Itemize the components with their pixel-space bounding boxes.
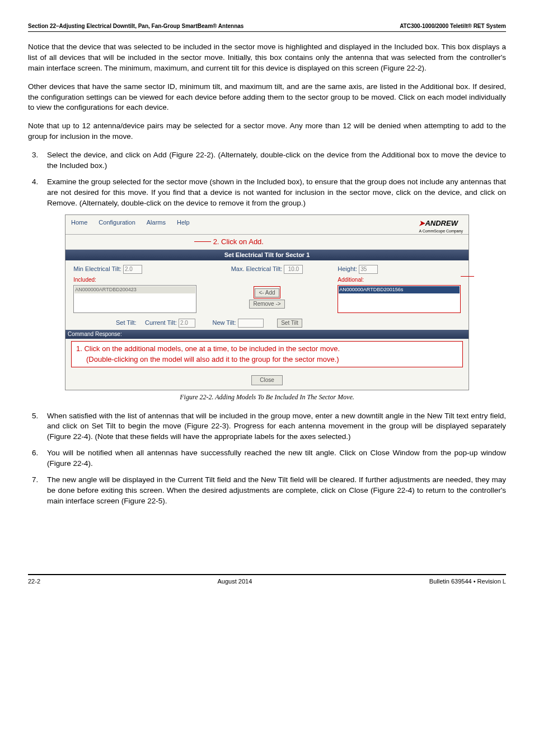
current-tilt-field: 2.0 (179, 319, 195, 328)
paragraph-2: Other devices that have the same sector … (28, 82, 506, 114)
additional-item[interactable]: AN000000ARTDBD200156s (339, 286, 459, 293)
max-tilt-field[interactable]: 10.0 (284, 265, 303, 274)
page-footer: 22-2 August 2014 Bulletin 639544 • Revis… (28, 574, 506, 586)
dialog-title-bar: Set Electrical Tilt for Sector 1 (65, 249, 469, 260)
min-tilt-label: Min Electrical Tilt: (73, 265, 121, 272)
footer-date: August 2014 (218, 577, 252, 586)
height-label: Height: (338, 265, 357, 272)
andrew-logo: ➤ANDREWA CommScope Company (419, 218, 463, 234)
remove-button[interactable]: Remove -> (249, 300, 284, 309)
included-label: Included: (73, 276, 196, 284)
included-item[interactable]: AN000000ARTDBD200423 (74, 286, 195, 293)
footer-bulletin: Bulletin 639544 • Revision L (429, 577, 506, 586)
steps-list-a: Select the device, and click on Add (Fig… (28, 150, 506, 208)
annotation-click-add: 2. Click on Add. (65, 235, 469, 249)
footer-page-num: 22-2 (28, 577, 40, 586)
page-header: Section 22–Adjusting Electrical Downtilt… (28, 22, 506, 32)
step-6: You will be notified when all antennas h… (40, 448, 506, 469)
steps-list-b: When satisfied with the list of antennas… (28, 411, 506, 507)
max-tilt-label: Max. Electrical Tilt: (231, 265, 283, 272)
tab-help[interactable]: Help (177, 218, 190, 234)
figure-22-2-screenshot: Home Configuration Alarms Help ➤ANDREWA … (65, 214, 469, 390)
set-tilt-button[interactable]: Set Tilt (277, 319, 302, 328)
add-button[interactable]: <- Add (255, 288, 279, 297)
tab-alarms[interactable]: Alarms (147, 218, 166, 234)
figure-caption: Figure 22-2. Adding Models To Be Include… (28, 393, 506, 402)
step-5: When satisfied with the list of antennas… (40, 411, 506, 443)
new-tilt-field[interactable] (238, 319, 264, 328)
tab-configuration[interactable]: Configuration (99, 218, 135, 234)
current-tilt-label: Current Tilt: (145, 319, 177, 326)
header-left: Section 22–Adjusting Electrical Downtilt… (28, 23, 243, 29)
paragraph-3: Note that up to 12 antenna/device pairs … (28, 121, 506, 142)
additional-listbox[interactable]: AN000000ARTDBD200156s (338, 285, 460, 313)
paragraph-1: Notice that the device that was selected… (28, 42, 506, 74)
step-7: The new angle will be displayed in the C… (40, 475, 506, 507)
tab-home[interactable]: Home (71, 218, 87, 234)
new-tilt-label: New Tilt: (212, 319, 236, 326)
additional-label: Additional: (338, 276, 460, 284)
min-tilt-field[interactable]: 2.0 (123, 265, 142, 274)
header-right: ATC300-1000/2000 Teletilt® RET System (400, 22, 506, 30)
close-button[interactable]: Close (251, 375, 283, 385)
height-field[interactable]: 35 (359, 265, 378, 274)
step-4: Examine the group selected for the secto… (40, 177, 506, 209)
app-tabs: Home Configuration Alarms Help ➤ANDREWA … (65, 215, 469, 235)
set-tilt-label: Set Tilt: (116, 319, 137, 326)
included-listbox[interactable]: AN000000ARTDBD200423 (73, 285, 196, 313)
command-response-bar: Command Response: (65, 330, 469, 339)
step-3: Select the device, and click on Add (Fig… (40, 150, 506, 171)
annotation-additional-models: 1. Click on the additional models, one a… (71, 341, 463, 367)
